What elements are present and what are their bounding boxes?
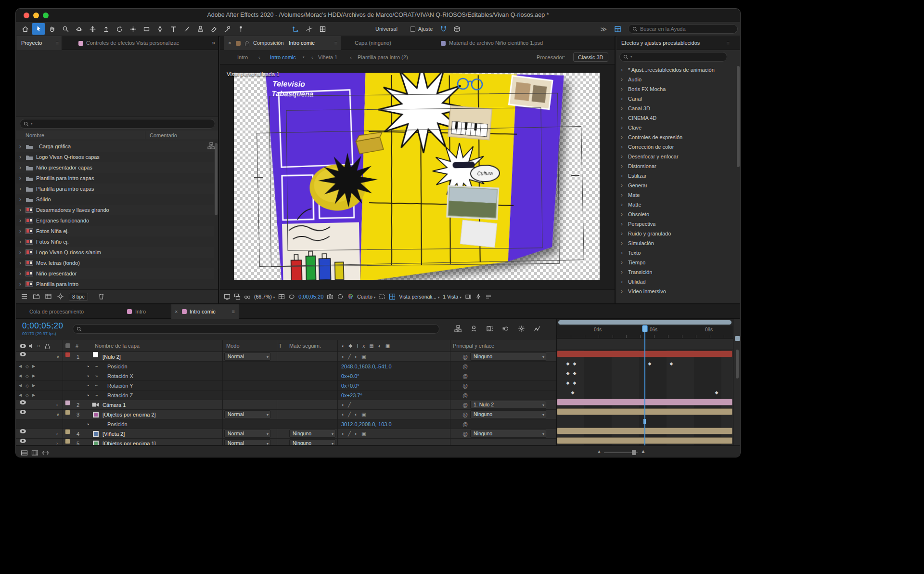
expand-arrow-icon[interactable]: ∨ (56, 352, 60, 362)
collapse-arrow-icon[interactable]: › (56, 429, 58, 439)
effects-category[interactable]: ›Tiempo (616, 258, 736, 267)
tab-layer[interactable]: Capa (ninguno) (355, 36, 391, 50)
renderer-button[interactable]: Classic 3D (573, 52, 608, 62)
safe-zones-icon[interactable] (278, 293, 285, 300)
property-row-position[interactable]: ◀ ◇ ▶ ◔ ~ Posición 2048.0,1603.0,-541.0 … (16, 362, 556, 371)
effects-scrollbar[interactable] (737, 66, 740, 167)
project-item[interactable]: ›Sólido (16, 194, 214, 205)
effects-category[interactable]: ›* Ajust...reestablecidos de animación (616, 65, 736, 75)
panel-menu-icon[interactable]: ≡ (232, 304, 235, 319)
zoom-window-button[interactable] (43, 13, 49, 18)
snap-magnet-icon[interactable] (436, 23, 450, 35)
video-column-eye-icon[interactable] (20, 344, 26, 348)
stopwatch-icon[interactable]: ◔ (86, 371, 90, 381)
current-time-indicator-line[interactable] (644, 326, 645, 445)
previous-keyframe-icon[interactable]: ◀ (19, 362, 22, 371)
viewport-timecode[interactable]: 0;00;05;20 (298, 294, 323, 300)
zoom-tool-icon[interactable] (59, 23, 72, 35)
pixel-aspect-icon[interactable] (465, 293, 472, 300)
audio-column-speaker-icon[interactable] (28, 343, 34, 349)
keyframe-icon[interactable]: ◆ (566, 380, 570, 385)
property-value[interactable]: 3012.0,2008.0,-103.0 (341, 419, 392, 429)
property-name[interactable]: Posición (107, 419, 128, 429)
keyframe-icon[interactable]: ◆ (573, 361, 577, 366)
switches-column-icons[interactable]: ◖✱fx▦◐▣ (341, 340, 394, 352)
eraser-tool-icon[interactable] (207, 23, 220, 35)
region-of-interest-icon[interactable] (379, 293, 385, 300)
blend-mode-dropdown[interactable]: Normal▾ (224, 410, 270, 418)
label-color-chip[interactable] (65, 429, 70, 434)
add-keyframe-icon[interactable]: ◇ (26, 362, 29, 371)
property-pickwhip-icon[interactable]: @ (462, 371, 468, 381)
tab-composition[interactable]: × Composición Intro comic ≡ (224, 36, 341, 50)
keyframe-icon[interactable]: ◆ (648, 361, 652, 366)
close-window-button[interactable] (24, 13, 29, 18)
magnification-dropdown[interactable]: (66.7%)▾ (254, 294, 275, 300)
keyframe-icon[interactable]: ◆ (573, 380, 577, 385)
property-value[interactable]: 2048.0,1603.0,-541.0 (341, 362, 392, 371)
effects-category[interactable]: ›Desenfocar y enfocar (616, 152, 736, 161)
effects-category[interactable]: ›Perspectiva (616, 219, 736, 229)
keyframe-icon[interactable]: ◆ (715, 390, 719, 395)
effects-category[interactable]: ›Obsoleto (616, 209, 736, 219)
new-folder-icon[interactable] (33, 293, 40, 301)
dolly-camera-tool-icon[interactable] (99, 23, 113, 35)
project-item[interactable]: ›Engranes funcionando (16, 215, 214, 226)
breadcrumb-dropdown-arrow-icon[interactable]: ▾ (303, 50, 305, 65)
property-name[interactable]: Rotación Y (107, 381, 133, 391)
column-t[interactable]: T (279, 340, 282, 352)
tab-render-queue[interactable]: Cola de procesamiento (29, 304, 84, 319)
effects-category[interactable]: ›Distorsionar (616, 161, 736, 171)
toolbar-overflow-chevrons[interactable]: ≫ (600, 26, 607, 33)
layer-switches[interactable]: ◖╱◐▣ (341, 429, 370, 439)
next-keyframe-icon[interactable]: ▶ (32, 362, 35, 371)
effects-category[interactable]: ›Ruido y granulado (616, 229, 736, 238)
layer-name[interactable]: [Objetos por encima 2] (103, 410, 156, 419)
tab-project[interactable]: Proyecto ≡ (16, 36, 62, 50)
view-layout-dropdown[interactable]: Vista personali...▾ (399, 294, 439, 300)
brush-tool-icon[interactable] (180, 23, 193, 35)
effects-category[interactable]: ›Generar (616, 181, 736, 190)
layer-name[interactable]: [Objetos por encima 1] (103, 439, 156, 445)
project-item[interactable]: ›Plantilla para intro capas (16, 173, 214, 183)
label-color-chip[interactable] (65, 410, 70, 415)
label-color-chip[interactable] (65, 352, 70, 357)
mask-visibility-icon[interactable] (288, 293, 295, 300)
shape-tool-icon[interactable] (140, 23, 153, 35)
previous-keyframe-icon[interactable]: ◀ (19, 371, 22, 381)
layer-row-5[interactable]: › 5 [Objetos por encima 1] Normal▾ Ningu… (16, 439, 556, 445)
collapse-arrow-icon[interactable]: › (56, 439, 58, 445)
layer-name[interactable]: [Viñeta 2] (103, 429, 125, 439)
blend-mode-dropdown[interactable]: Normal▾ (224, 352, 270, 361)
tab-footage[interactable]: Material de archivo Niño científico 1.ps… (449, 36, 543, 50)
column-track-matte[interactable]: Mate seguim. (289, 340, 321, 352)
property-graph-icon[interactable]: ~ (95, 371, 98, 381)
composition-viewport[interactable]: Vista personalizada 1 (220, 65, 615, 289)
effects-category[interactable]: ›Mate (616, 190, 736, 200)
solo-column-icon[interactable]: ○ (37, 340, 40, 352)
effects-category[interactable]: ›Canal (616, 94, 736, 104)
zoom-in-mountain-icon[interactable]: ▲ (641, 448, 646, 454)
project-item[interactable]: ›Logo Vivan Q-riosos capas (16, 152, 214, 162)
keyframe-icon[interactable]: ◆ (566, 371, 570, 376)
label-color-chip[interactable] (65, 439, 70, 444)
toggle-time-pane-icon[interactable] (39, 447, 51, 457)
parent-pickwhip-icon[interactable]: @ (462, 410, 468, 419)
eye-icon[interactable] (20, 410, 26, 414)
fast-preview-icon[interactable] (475, 293, 482, 300)
stereo-glasses-icon[interactable] (244, 293, 251, 300)
pan-camera-tool-icon[interactable] (86, 23, 99, 35)
effects-category[interactable]: ›Estilizar (616, 171, 736, 181)
parent-pickwhip-icon[interactable]: @ (462, 352, 468, 362)
world-axis-mode-icon[interactable] (302, 23, 316, 35)
expand-arrow-icon[interactable]: ∨ (56, 410, 60, 419)
selection-tool-icon[interactable] (32, 23, 45, 35)
property-name[interactable]: Rotación X (107, 371, 133, 381)
rotation-tool-icon[interactable] (113, 23, 126, 35)
layer-row-2[interactable]: › 2 Cámara 1 ◖╱ @ 1. Nulo 2▾ (16, 400, 556, 410)
lock-column-icon[interactable] (45, 343, 50, 349)
graph-editor-icon[interactable] (531, 323, 543, 334)
project-item[interactable]: ›Fotos Niña ej. (16, 226, 214, 236)
view-axis-mode-icon[interactable] (316, 23, 329, 35)
property-name[interactable]: Rotación Z (107, 391, 133, 400)
